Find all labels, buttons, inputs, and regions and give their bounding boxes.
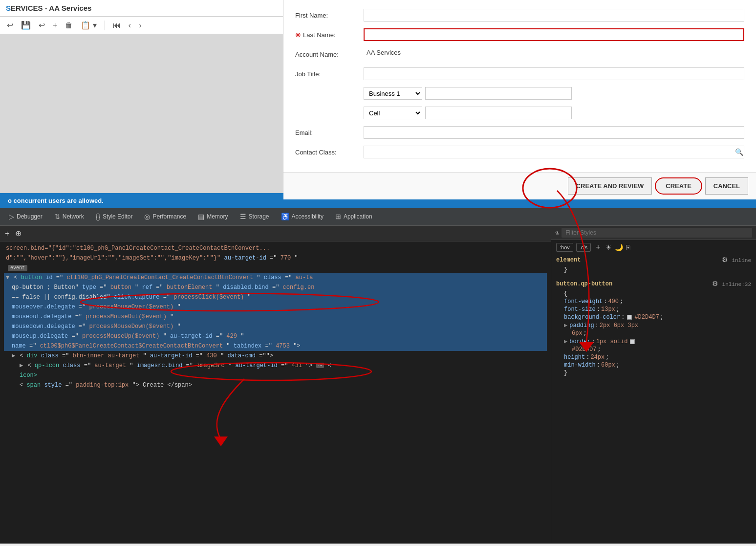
pick-element-btn[interactable]: ⊕ [14, 228, 22, 239]
padding-arrow[interactable]: ▶ [564, 322, 567, 329]
padding-val-2: 6px [572, 330, 583, 337]
tab-storage[interactable]: ☰ Storage [235, 210, 274, 224]
hov-btn[interactable]: :hov [556, 243, 573, 252]
add-rule-btn[interactable]: + [594, 243, 602, 252]
eq-19: =" [281, 362, 288, 369]
close-q-14: " [130, 362, 133, 369]
font-weight-prop: font-weight [564, 298, 603, 305]
close-q-10: " [226, 343, 230, 349]
copy-btn[interactable]: ⎘ [626, 243, 630, 251]
font-weight-row: font-weight : 400 ; [556, 298, 751, 306]
account-name-value: AA Services [364, 48, 744, 61]
css-brace-open: { [556, 290, 751, 298]
tab-memory[interactable]: ▤ Memory [193, 210, 233, 224]
error-icon: ⊗ [295, 31, 301, 39]
add-node-btn[interactable]: + [4, 228, 10, 239]
div-au-val: 430 [206, 352, 217, 359]
close-q-7: " [177, 323, 180, 330]
tab-performance[interactable]: ◎ Performance [139, 210, 191, 224]
first-name-input[interactable] [364, 9, 744, 22]
code-attr-1: au-target-id [224, 255, 266, 262]
contact-class-search-btn[interactable]: 🔍 [735, 148, 743, 156]
toolbar-undo-btn[interactable]: ↩ [37, 20, 47, 31]
close-q-9: " [240, 333, 244, 340]
span-content: Create [143, 382, 164, 389]
ref-attr: ref [142, 284, 152, 291]
eq-5: =" [272, 284, 279, 291]
action-bar: CREATE AND REVIEW CREATE CANCEL [283, 172, 756, 199]
tab-network[interactable]: ⇅ Network [49, 210, 89, 224]
eq-8: =" [75, 313, 82, 320]
eq-3: =" [100, 284, 107, 291]
tab-application[interactable]: ⊞ Application [330, 210, 377, 224]
create-button[interactable]: CREATE [655, 177, 702, 195]
phone-type-select-2[interactable]: Cell [364, 107, 422, 119]
contact-class-input[interactable] [364, 146, 744, 158]
eq-1: =" [56, 274, 63, 281]
tab-style-editor[interactable]: {} Style Editor [91, 210, 138, 224]
event-badge[interactable]: event [8, 265, 27, 271]
open-brace: { [564, 290, 567, 297]
colon-1: : [604, 298, 607, 305]
phone-input-2[interactable] [425, 107, 572, 119]
expand-arrow-3[interactable]: ▶ [20, 362, 23, 369]
phone-input-1[interactable] [425, 87, 572, 100]
account-name-label: Account Name: [295, 51, 364, 58]
last-name-label-text: Last Name: [303, 31, 335, 39]
toolbar-next-btn[interactable]: › [137, 20, 143, 31]
toolbar-add-btn[interactable]: + [51, 20, 59, 31]
element-brace-open: } [556, 266, 751, 274]
padding-val: 2px 6px 3px [600, 322, 638, 329]
border-color-swatch[interactable] [630, 339, 635, 344]
button-settings-btn[interactable]: ⚙ [712, 280, 718, 287]
close-q-13: " [220, 352, 224, 359]
filter-styles-input[interactable] [562, 228, 752, 238]
padding-row: ▶ padding : 2px 6px 3px [556, 321, 751, 329]
colon-4: : [595, 322, 599, 329]
tab-accessibility[interactable]: ♿ Accessibility [276, 210, 328, 224]
bg-color-swatch[interactable] [627, 315, 632, 320]
html-content[interactable]: screen.bind="{"id":"ctl00_phG_PanelCreat… [0, 241, 551, 544]
tab-debugger[interactable]: ▷ Debugger [4, 210, 47, 224]
toolbar-prev-btn[interactable]: ‹ [127, 20, 133, 31]
email-input[interactable] [364, 126, 744, 139]
expand-arrow-1[interactable]: ▼ [6, 274, 9, 281]
type-val: button [110, 284, 131, 291]
element-brace: } [564, 266, 567, 273]
background-color-row: background-color : #D2D4D7 ; [556, 313, 751, 321]
class-val: au-ta [296, 274, 313, 281]
padding-val-row: 6px ; [556, 329, 751, 337]
toolbar-save-btn[interactable]: 💾 [19, 20, 33, 31]
devtools-panel: ▷ Debugger ⇅ Network {} Style Editor ◎ P… [0, 208, 756, 544]
toolbar-delete-btn[interactable]: 🗑 [63, 20, 75, 31]
light-mode-btn[interactable]: ☀ [605, 243, 612, 251]
element-settings-btn[interactable]: ⚙ [722, 256, 728, 263]
au-target-attr: au-target-id [170, 333, 212, 340]
job-title-input[interactable] [364, 67, 744, 80]
id-val: ctl100_phG_PanelCreateContact_CreateCont… [66, 274, 253, 281]
toolbar-back-btn[interactable]: ↩ [5, 20, 15, 31]
job-title-label: Job Title: [295, 70, 364, 78]
icon-text: icon> [20, 372, 37, 379]
border-arrow[interactable]: ▶ [564, 338, 567, 345]
span-style-val: padding-top:1px [76, 382, 129, 389]
expand-arrow-2[interactable]: ▶ [12, 352, 15, 359]
ellipsis-btn-1[interactable]: ··· [316, 363, 324, 368]
phone-type-select-1[interactable]: Business 1 [364, 87, 422, 100]
close-q-8: " [163, 333, 167, 340]
lt-1: < [14, 274, 17, 281]
semi-2: ; [616, 306, 620, 313]
toolbar-copy-btn[interactable]: 📋 ▾ [79, 20, 98, 31]
last-name-input[interactable] [364, 28, 744, 41]
first-name-label: First Name: [295, 12, 364, 19]
create-and-review-button[interactable]: CREATE AND REVIEW [568, 177, 652, 195]
toolbar-first-btn[interactable]: ⏮ [111, 20, 123, 31]
cancel-button[interactable]: CANCEL [705, 177, 748, 195]
dark-mode-btn[interactable]: 🌙 [615, 243, 623, 251]
inline-label: inline [732, 258, 751, 263]
email-label: Email: [295, 129, 364, 136]
code-line-button-attr4: mouseout.delegate =" processMouseOut($ev… [4, 312, 547, 322]
button-tag: button [21, 274, 42, 281]
min-width-val: 60px [601, 362, 615, 369]
cls-btn[interactable]: .cls [576, 243, 591, 252]
